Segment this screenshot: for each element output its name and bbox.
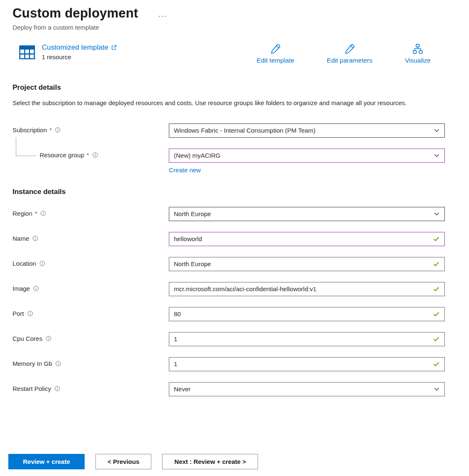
chevron-down-icon bbox=[434, 386, 440, 392]
memory-row: Memory In Gb bbox=[13, 357, 469, 371]
info-icon[interactable] bbox=[54, 385, 60, 392]
info-icon[interactable] bbox=[27, 310, 33, 317]
memory-label: Memory In Gb bbox=[13, 360, 52, 367]
pencil-icon bbox=[270, 43, 281, 54]
create-new-link[interactable]: Create new bbox=[169, 166, 201, 174]
resource-group-value: (New) myACIRG bbox=[174, 152, 434, 159]
cpu-cores-label: Cpu Cores bbox=[13, 335, 43, 342]
chevron-down-icon bbox=[434, 127, 440, 133]
instance-details-heading: Instance details bbox=[13, 188, 469, 196]
valid-check-icon bbox=[433, 285, 440, 292]
port-row: Port bbox=[13, 307, 469, 321]
visualize-button[interactable]: Visualize bbox=[405, 43, 431, 64]
valid-check-icon bbox=[433, 260, 440, 267]
name-input[interactable] bbox=[174, 235, 433, 242]
cpu-cores-input[interactable] bbox=[174, 335, 433, 343]
region-row: Region * North Europe bbox=[13, 207, 469, 221]
info-icon[interactable] bbox=[39, 260, 45, 267]
resource-count: 1 resource bbox=[42, 53, 117, 60]
image-input[interactable] bbox=[174, 285, 433, 292]
name-label: Name bbox=[13, 235, 29, 242]
subscription-dropdown[interactable]: Windows Fabric - Internal Consumption (P… bbox=[169, 123, 445, 138]
template-bar: Customized template 1 resource Edit temp… bbox=[13, 43, 469, 64]
previous-button[interactable]: < Previous bbox=[95, 454, 151, 469]
port-input[interactable] bbox=[174, 310, 433, 317]
memory-input[interactable] bbox=[174, 360, 433, 368]
region-label: Region bbox=[13, 210, 33, 217]
external-link-icon bbox=[111, 45, 117, 50]
project-details-description: Select the subscription to manage deploy… bbox=[13, 98, 423, 108]
subscription-value: Windows Fabric - Internal Consumption (P… bbox=[174, 127, 434, 134]
edit-parameters-label: Edit parameters bbox=[327, 57, 372, 64]
custom-deployment-page: Custom deployment ... Deploy from a cust… bbox=[0, 0, 469, 476]
info-icon[interactable] bbox=[45, 335, 52, 342]
edit-template-button[interactable]: Edit template bbox=[256, 43, 294, 64]
project-details-form: Subscription * Windows Fabric - Internal… bbox=[13, 123, 469, 174]
footer-actions: Review + create < Previous Next : Review… bbox=[8, 454, 258, 469]
info-icon[interactable] bbox=[55, 360, 61, 367]
subscription-label: Subscription bbox=[13, 126, 47, 133]
valid-check-icon bbox=[433, 310, 440, 317]
template-table-icon bbox=[18, 43, 36, 61]
location-row: Location bbox=[13, 257, 469, 271]
resource-group-dropdown[interactable]: (New) myACIRG bbox=[169, 149, 445, 163]
cpu-cores-row: Cpu Cores bbox=[13, 332, 469, 346]
project-details-heading: Project details bbox=[13, 83, 469, 92]
pencil-icon bbox=[344, 43, 355, 54]
valid-check-icon bbox=[433, 360, 440, 368]
customized-template-link[interactable]: Customized template bbox=[42, 43, 117, 52]
port-label: Port bbox=[13, 310, 24, 317]
more-menu-button[interactable]: ... bbox=[158, 10, 167, 19]
valid-check-icon bbox=[433, 335, 440, 343]
hierarchy-icon bbox=[412, 43, 423, 54]
required-marker: * bbox=[50, 126, 52, 133]
region-value: North Europe bbox=[174, 210, 434, 217]
instance-details-form: Region * North Europe Name bbox=[13, 207, 469, 396]
tree-connector bbox=[16, 137, 36, 156]
region-dropdown[interactable]: North Europe bbox=[169, 207, 445, 221]
location-label: Location bbox=[13, 260, 36, 267]
image-label: Image bbox=[13, 285, 30, 292]
edit-template-label: Edit template bbox=[256, 57, 294, 64]
required-marker: * bbox=[87, 151, 89, 159]
location-input[interactable] bbox=[174, 260, 433, 267]
name-row: Name bbox=[13, 232, 469, 246]
image-row: Image bbox=[13, 282, 469, 296]
info-icon[interactable] bbox=[92, 152, 98, 158]
review-create-button[interactable]: Review + create bbox=[8, 454, 85, 469]
page-subtitle: Deploy from a custom template bbox=[13, 24, 469, 31]
info-icon[interactable] bbox=[40, 210, 46, 217]
resource-group-row: Resource group * (New) myACIRG Create ne… bbox=[13, 149, 469, 174]
restart-policy-label: Restart Policy bbox=[13, 385, 51, 392]
edit-parameters-button[interactable]: Edit parameters bbox=[327, 43, 372, 64]
info-icon[interactable] bbox=[55, 127, 61, 133]
chevron-down-icon bbox=[434, 152, 440, 159]
info-icon[interactable] bbox=[32, 235, 38, 242]
chevron-down-icon bbox=[434, 211, 440, 217]
info-icon[interactable] bbox=[33, 285, 39, 292]
restart-policy-dropdown[interactable]: Never bbox=[169, 382, 445, 396]
restart-policy-row: Restart Policy Never bbox=[13, 382, 469, 396]
resource-group-label: Resource group bbox=[40, 151, 84, 159]
subscription-row: Subscription * Windows Fabric - Internal… bbox=[13, 123, 469, 138]
next-button[interactable]: Next : Review + create > bbox=[162, 454, 258, 469]
page-title: Custom deployment bbox=[13, 6, 138, 21]
restart-policy-value: Never bbox=[174, 385, 434, 393]
customized-template-label: Customized template bbox=[42, 43, 108, 52]
visualize-label: Visualize bbox=[405, 57, 431, 64]
required-marker: * bbox=[35, 210, 38, 217]
valid-check-icon bbox=[433, 235, 440, 242]
